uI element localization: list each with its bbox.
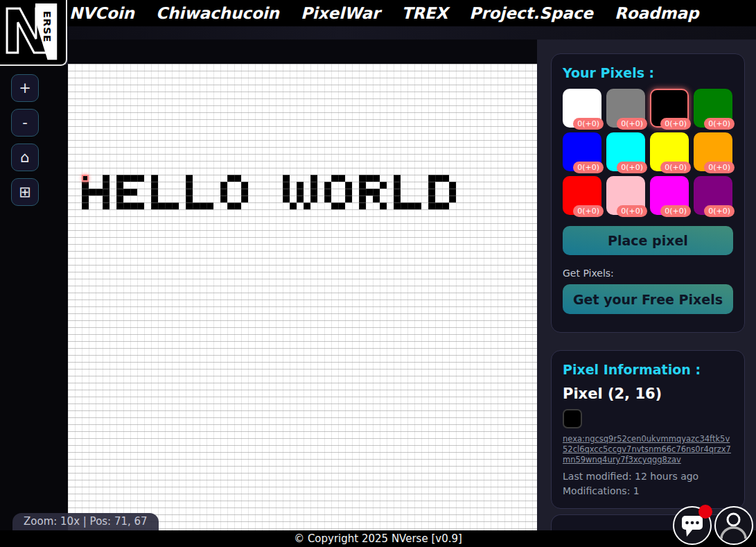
nav-link-pixelwar[interactable]: PixelWar [301, 4, 380, 22]
zoom-out-button[interactable]: - [11, 109, 39, 137]
placed-pixel [241, 182, 248, 189]
placed-pixel [401, 202, 407, 209]
placed-pixel [394, 182, 401, 189]
placed-pixel [449, 189, 456, 196]
placed-pixel [241, 189, 248, 196]
status-pill: Zoom: 10x | Pos: 71, 67 [12, 513, 159, 530]
placed-pixel [324, 182, 331, 189]
placed-pixel [220, 196, 227, 202]
chat-button[interactable] [673, 506, 712, 545]
logo-vertical-text: ERSE [42, 11, 53, 43]
placed-pixel [331, 202, 338, 209]
placed-pixel [359, 175, 366, 182]
placed-pixel [89, 189, 96, 196]
placed-pixel [345, 189, 352, 196]
nverse-logo-icon: N ERSE [0, 0, 66, 64]
placed-pixel [123, 189, 130, 196]
pixel-color-chip [563, 409, 582, 428]
placed-pixel [324, 189, 331, 196]
placed-pixel [130, 189, 137, 196]
swatch-cell-black: 0(+0) [650, 89, 689, 128]
placed-pixel [331, 175, 338, 182]
swatch-cell-white: 0(+0) [563, 89, 601, 128]
placed-pixel [227, 175, 234, 182]
placed-pixel [428, 196, 435, 202]
footer: © Copyright 2025 NVerse [v0.9] [0, 530, 756, 547]
placed-pixel [442, 202, 449, 209]
placed-pixel [338, 175, 345, 182]
placed-pixel [366, 175, 373, 182]
placed-pixel [172, 202, 179, 209]
placed-pixel [103, 196, 109, 202]
nav-substrip [0, 26, 756, 40]
placed-pixel [116, 182, 123, 189]
owner-address-link[interactable]: nexa:ngcsq9r52cen0ukvmmqyazc34ftk5v52cl6… [563, 434, 733, 465]
placed-pixel [310, 189, 317, 196]
placed-pixel [283, 196, 290, 202]
placed-pixel [234, 202, 241, 209]
minus-icon: - [22, 114, 28, 131]
canvas-world[interactable] [68, 64, 537, 530]
pixel-count-badge: 0(+0) [660, 162, 691, 173]
placed-pixel [220, 182, 227, 189]
notification-dot [698, 505, 712, 519]
placed-pixel [407, 202, 414, 209]
placed-pixel [310, 175, 317, 182]
placed-pixel [186, 175, 193, 182]
placed-pixel [116, 189, 123, 196]
nverse-logo[interactable]: N ERSE [0, 0, 67, 66]
placed-pixel [359, 189, 366, 196]
placed-pixel [103, 175, 109, 182]
pixel-count-badge: 0(+0) [704, 205, 735, 217]
placed-pixel [206, 202, 213, 209]
pixel-count-badge: 0(+0) [573, 118, 604, 130]
nav-link-trex[interactable]: TREX [401, 4, 448, 22]
placed-pixel [186, 189, 193, 196]
placed-pixel [137, 175, 144, 182]
placed-pixel [151, 189, 158, 196]
pixel-canvas[interactable] [68, 40, 537, 530]
placed-pixel [310, 196, 317, 202]
placed-pixel [234, 175, 241, 182]
get-free-pixels-button[interactable]: Get your Free Pixels [563, 284, 733, 314]
modifications-text: Modifications: 1 [563, 485, 733, 497]
nav-link-nvcoin[interactable]: NVCoin [69, 4, 134, 22]
placed-pixel [186, 202, 193, 209]
placed-pixel [151, 196, 158, 202]
placed-pixel [82, 202, 89, 209]
top-nav: NVCoinChiwachucoinPixelWarTREXProject.Sp… [0, 0, 756, 26]
placed-pixel [158, 202, 165, 209]
placed-pixel [130, 175, 137, 182]
user-avatar-button[interactable] [714, 506, 753, 545]
placed-pixel [435, 202, 442, 209]
placed-pixel [324, 196, 331, 202]
pixel-count-badge: 0(+0) [660, 118, 691, 130]
placed-pixel [130, 202, 137, 209]
grid-button[interactable]: ⊞ [11, 178, 39, 206]
placed-pixel [373, 189, 380, 196]
place-pixel-button[interactable]: Place pixel [563, 226, 733, 255]
swatch-cell-blue: 0(+0) [563, 132, 601, 171]
get-pixels-label: Get Pixels: [563, 268, 733, 279]
placed-pixel [186, 196, 193, 202]
nav-link-chiwachucoin[interactable]: Chiwachucoin [156, 4, 279, 22]
placed-pixel [220, 189, 227, 196]
placed-pixel [82, 182, 89, 189]
placed-pixel [200, 202, 206, 209]
swatch-cell-cyan: 0(+0) [606, 132, 645, 171]
placed-pixel [103, 189, 109, 196]
nav-link-roadmap[interactable]: Roadmap [615, 4, 698, 22]
placed-pixel [151, 175, 158, 182]
swatch-cell-purple: 0(+0) [694, 176, 732, 215]
placed-pixel [96, 189, 103, 196]
zoom-in-button[interactable]: + [11, 74, 39, 102]
nav-links: NVCoinChiwachucoinPixelWarTREXProject.Sp… [69, 4, 698, 22]
nav-link-project-space[interactable]: Project.Space [469, 4, 593, 22]
your-pixels-panel: Your Pixels : 0(+0)0(+0)0(+0)0(+0)0(+0)0… [551, 53, 745, 333]
home-button[interactable]: ⌂ [11, 144, 39, 171]
placed-pixel [297, 182, 304, 189]
placed-pixel [116, 175, 123, 182]
pixel-count-badge: 0(+0) [704, 118, 735, 130]
swatch-cell-yellow: 0(+0) [650, 132, 689, 171]
placed-pixel [297, 196, 304, 202]
